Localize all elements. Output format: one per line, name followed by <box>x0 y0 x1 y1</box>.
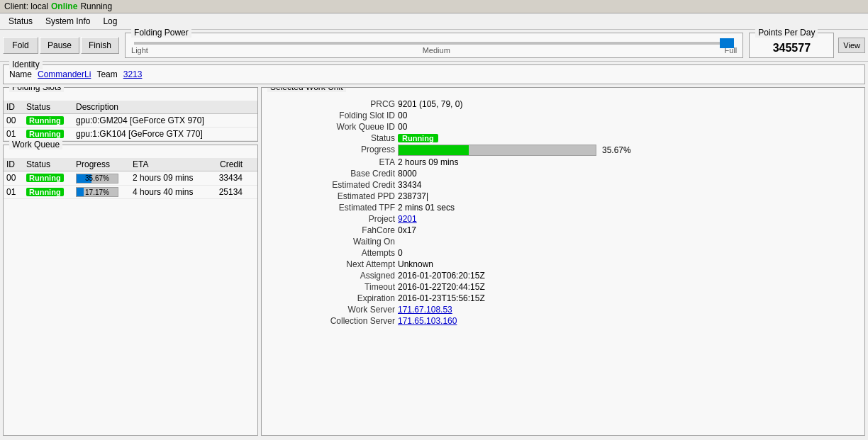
fs-row-0-status-badge: Running <box>26 116 64 125</box>
label-folding-slot-id: Folding Slot ID <box>267 111 395 120</box>
label-fahcore: FahCore <box>267 225 395 235</box>
main-content: Fold Pause Finish Folding Power Light Me… <box>0 30 868 439</box>
wq-col-progress: Progress <box>76 159 133 169</box>
fs-row-1-id: 01 <box>6 129 26 139</box>
folding-slots-title: Folding Slots <box>9 87 64 92</box>
fs-row-0[interactable]: 00 Running gpu:0:GM204 [GeForce GTX 970] <box>4 114 257 128</box>
menu-log[interactable]: Log <box>97 15 123 28</box>
label-estimated-ppd: Estimated PPD <box>267 191 395 201</box>
label-collection-server: Collection Server <box>267 316 395 326</box>
wq-row-1-eta: 4 hours 40 mins <box>133 187 204 197</box>
value-waiting-on <box>398 237 859 247</box>
label-prcg: PRCG <box>267 99 395 109</box>
wq-col-eta: ETA <box>133 159 204 169</box>
fs-row-1-status: Running <box>26 129 76 139</box>
work-queue-title: Work Queue <box>9 140 62 150</box>
label-estimated-credit: Estimated Credit <box>267 180 395 190</box>
fs-row-1-desc: gpu:1:GK104 [GeForce GTX 770] <box>76 129 255 139</box>
identity-title: Identity <box>9 60 43 69</box>
identity-section: Identity Name CommanderLi Team 3213 <box>3 64 865 84</box>
wq-row-1-status: Running <box>26 187 76 197</box>
fs-row-0-status: Running <box>26 115 76 125</box>
label-timeout: Timeout <box>267 282 395 292</box>
slider-track[interactable] <box>134 42 734 45</box>
fs-row-0-id: 00 <box>6 115 26 125</box>
work-queue-header: ID Status Progress ETA Credit <box>4 158 257 171</box>
value-collection-server: 171.65.103.160 <box>398 316 859 326</box>
points-per-day-value: 345577 <box>755 42 828 55</box>
detail-progress-bar-large <box>398 145 596 156</box>
slider-fill <box>720 38 734 48</box>
label-work-server: Work Server <box>267 305 395 315</box>
detail-progress-bar-fill <box>399 145 469 155</box>
wq-row-0-status-badge: Running <box>26 174 64 182</box>
value-expiration: 2016-01-23T15:56:15Z <box>398 293 859 303</box>
fold-button[interactable]: Fold <box>3 37 38 54</box>
fs-col-id: ID <box>6 102 26 112</box>
fs-row-1-status-badge: Running <box>26 130 64 138</box>
wq-row-0[interactable]: 00 Running 35.67% 2 hours 09 mins 33434 <box>4 171 257 186</box>
wq-row-0-eta: 2 hours 09 mins <box>133 173 204 183</box>
label-project: Project <box>267 214 395 224</box>
label-eta: ETA <box>267 157 395 167</box>
value-folding-slot-id: 00 <box>398 111 859 120</box>
project-link[interactable]: 9201 <box>398 214 417 224</box>
identity-name-label: Name <box>9 69 32 79</box>
label-expiration: Expiration <box>267 293 395 303</box>
top-section: Fold Pause Finish Folding Power Light Me… <box>0 30 868 62</box>
folding-slots-section: Folding Slots ID Status Description 00 R… <box>3 87 258 142</box>
value-next-attempt: Unknown <box>398 259 859 269</box>
wq-row-1-progress: 17.17% <box>76 187 133 198</box>
wq-col-credit: Credit <box>204 159 243 169</box>
detail-progress-text: 35.67% <box>602 145 631 155</box>
identity-team-value[interactable]: 3213 <box>123 69 143 79</box>
value-progress: 35.67% <box>398 145 859 156</box>
wq-row-0-progress-text: 35.67% <box>77 174 118 182</box>
slider-label-light: Light <box>131 46 148 55</box>
slider-container <box>131 36 737 45</box>
fs-col-desc: Description <box>76 102 255 112</box>
wq-col-id: ID <box>6 159 26 169</box>
wq-row-0-progress: 35.67% <box>76 173 133 184</box>
value-project: 9201 <box>398 214 859 224</box>
identity-team-label: Team <box>96 69 117 79</box>
finish-button[interactable]: Finish <box>81 37 119 54</box>
status-running-badge: Running <box>398 134 438 142</box>
folding-power-section: Folding Power Light Medium Full <box>125 33 743 58</box>
wq-row-1[interactable]: 01 Running 17.17% 4 hours 40 mins 25134 <box>4 186 257 200</box>
value-assigned: 2016-01-20T06:20:15Z <box>398 271 859 281</box>
work-server-link[interactable]: 171.67.108.53 <box>398 305 452 315</box>
label-next-attempt: Next Attempt <box>267 259 395 269</box>
slider-labels: Light Medium Full <box>131 46 737 55</box>
selected-work-unit-section: Selected Work Unit PRCG 9201 (105, 79, 0… <box>261 87 865 436</box>
folding-power-title: Folding Power <box>131 28 191 38</box>
value-work-server: 171.67.108.53 <box>398 305 859 315</box>
label-estimated-tpf: Estimated TPF <box>267 203 395 213</box>
selected-work-unit-title: Selected Work Unit <box>267 87 346 92</box>
wq-row-0-credit: 33434 <box>204 173 243 183</box>
menu-bar: Status System Info Log <box>0 13 868 30</box>
label-attempts: Attempts <box>267 248 395 258</box>
value-status: Running <box>398 133 859 143</box>
value-estimated-tpf: 2 mins 01 secs <box>398 203 859 213</box>
menu-status[interactable]: Status <box>3 15 38 28</box>
identity-name-value[interactable]: CommanderLi <box>38 69 91 79</box>
view-button[interactable]: View <box>838 38 865 53</box>
collection-server-link[interactable]: 171.65.103.160 <box>398 316 457 326</box>
action-buttons: Fold Pause Finish <box>3 33 119 58</box>
wq-col-status: Status <box>26 159 76 169</box>
fs-row-0-desc: gpu:0:GM204 [GeForce GTX 970] <box>76 115 255 125</box>
client-label: Client: local <box>4 1 48 11</box>
wq-row-0-id: 00 <box>6 173 26 183</box>
label-waiting-on: Waiting On <box>267 237 395 247</box>
menu-system-info[interactable]: System Info <box>40 15 96 28</box>
value-base-credit: 8000 <box>398 169 859 179</box>
value-attempts: 0 <box>398 248 859 258</box>
value-estimated-credit: 33434 <box>398 180 859 190</box>
pause-button[interactable]: Pause <box>40 37 79 54</box>
folding-slots-header: ID Status Description <box>4 101 257 114</box>
wq-row-1-progress-text: 17.17% <box>77 188 118 196</box>
points-per-day-title: Points Per Day <box>755 28 818 38</box>
detail-grid: PRCG 9201 (105, 79, 0) Folding Slot ID 0… <box>267 99 859 326</box>
wq-row-1-progress-bar: 17.17% <box>76 187 118 197</box>
